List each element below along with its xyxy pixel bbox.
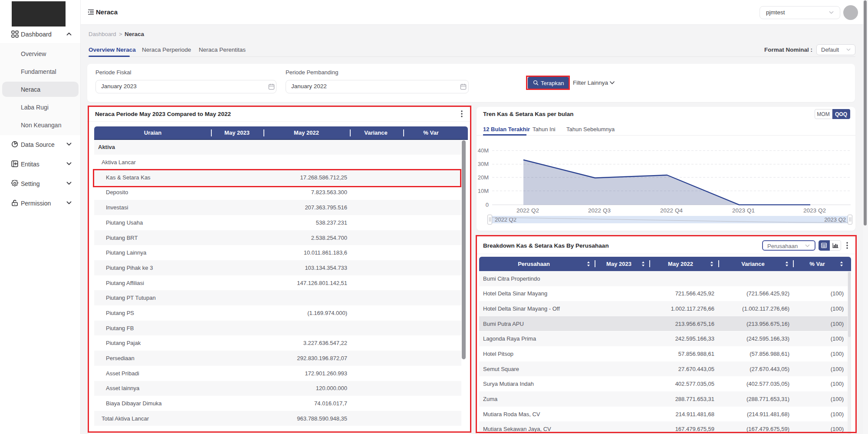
svg-text:20M: 20M bbox=[478, 174, 489, 181]
svg-text:40M: 40M bbox=[478, 147, 489, 154]
svg-text:2023 Q1: 2023 Q1 bbox=[732, 207, 755, 214]
svg-text:30M: 30M bbox=[478, 161, 489, 167]
svg-text:2022 Q3: 2022 Q3 bbox=[588, 207, 611, 214]
svg-text:10M: 10M bbox=[478, 188, 489, 194]
svg-text:2023 Q2: 2023 Q2 bbox=[803, 207, 826, 214]
svg-text:0: 0 bbox=[486, 202, 489, 208]
svg-text:2022 Q4: 2022 Q4 bbox=[660, 207, 683, 214]
svg-text:2022 Q2: 2022 Q2 bbox=[516, 207, 539, 214]
